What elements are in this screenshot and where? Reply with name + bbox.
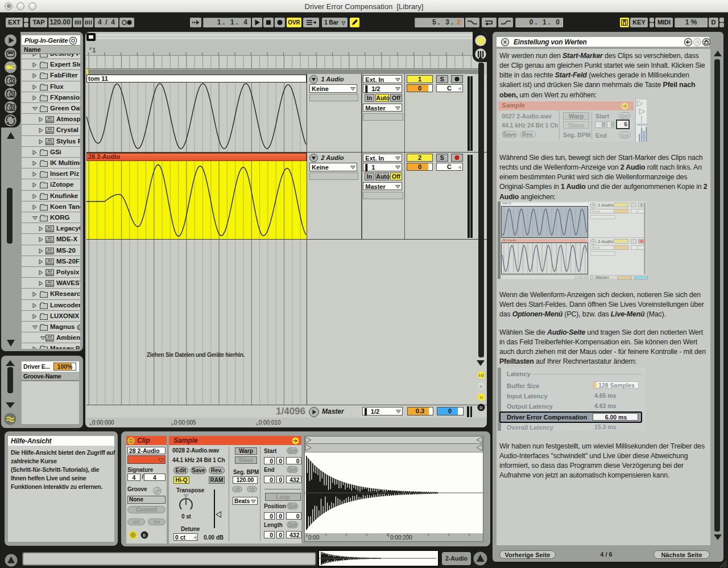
svg-text:AU: AU [48, 335, 52, 339]
svg-text:M: M [479, 395, 483, 400]
svg-text:1: 1 [10, 79, 13, 83]
svg-text:AU: AU [48, 138, 52, 142]
svg-text:2: 2 [10, 93, 13, 97]
svg-text:AU: AU [48, 281, 52, 284]
svg-text:R: R [479, 384, 483, 389]
svg-text:AU: AU [48, 127, 52, 131]
svg-text:AU: AU [48, 248, 52, 251]
svg-text:AU: AU [48, 237, 52, 240]
svg-text:I-O: I-O [478, 373, 483, 377]
svg-text:3: 3 [10, 106, 13, 110]
svg-text:AU: AU [48, 117, 52, 120]
svg-text:AU: AU [48, 226, 52, 229]
svg-text:E: E [143, 533, 146, 538]
svg-text:AU: AU [48, 270, 52, 273]
svg-text:AU: AU [48, 258, 52, 262]
svg-text:D: D [479, 405, 483, 410]
